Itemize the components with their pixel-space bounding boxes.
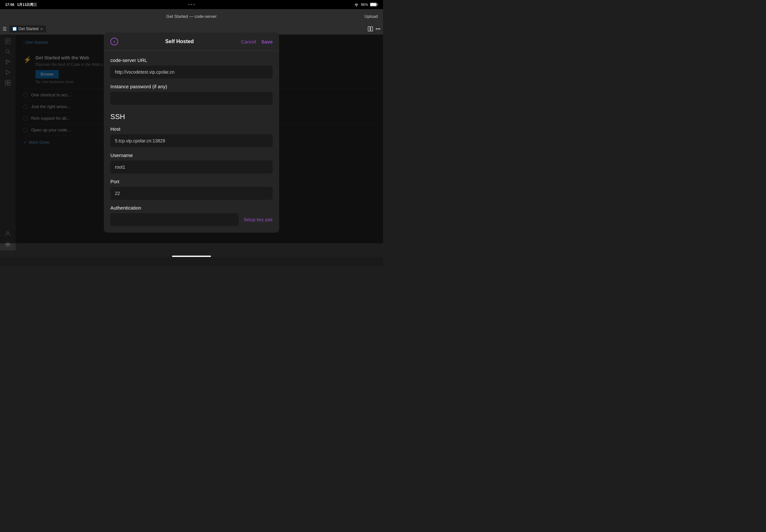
cancel-button[interactable]: Cancel bbox=[241, 39, 256, 44]
modal-actions: Cancel Save bbox=[241, 39, 273, 44]
tab-get-started[interactable]: Get Started ✕ bbox=[9, 25, 46, 32]
host-input[interactable] bbox=[110, 134, 273, 147]
more-actions-icon[interactable]: ••• bbox=[375, 26, 380, 31]
wifi-icon bbox=[354, 3, 359, 6]
svg-rect-2 bbox=[370, 3, 376, 6]
dot-2 bbox=[191, 4, 192, 5]
svg-rect-3 bbox=[13, 27, 16, 30]
self-hosted-modal: i Self Hosted Cancel Save code-server UR… bbox=[104, 32, 279, 233]
status-bar-right: 86% bbox=[354, 3, 378, 6]
save-button[interactable]: Save bbox=[261, 39, 273, 44]
setup-key-pair-button[interactable]: Setup key pair bbox=[244, 217, 273, 222]
battery-icon bbox=[370, 3, 378, 6]
status-bar-left: 17:56 1月11日周三 bbox=[5, 2, 37, 7]
modal-title: Self Hosted bbox=[165, 39, 194, 44]
ssh-title: SSH bbox=[110, 113, 273, 121]
home-bar bbox=[172, 256, 211, 257]
svg-rect-1 bbox=[377, 4, 377, 5]
tab-label: Get Started bbox=[18, 27, 38, 31]
tab-close-icon[interactable]: ✕ bbox=[40, 27, 43, 31]
auth-input[interactable] bbox=[110, 213, 238, 226]
port-label: Port bbox=[110, 179, 273, 184]
url-label: code-server URL bbox=[110, 57, 273, 63]
modal-header: i Self Hosted Cancel Save bbox=[104, 32, 279, 51]
password-input[interactable] bbox=[110, 92, 273, 105]
sidebar-toggle-icon[interactable]: ☰ bbox=[3, 26, 7, 31]
password-label: Instance password (if any) bbox=[110, 84, 273, 89]
time-display: 17:56 bbox=[5, 3, 14, 6]
status-bar: 17:56 1月11日周三 86% bbox=[0, 0, 383, 9]
battery-level: 86% bbox=[361, 3, 368, 6]
svg-rect-4 bbox=[368, 27, 370, 31]
port-input[interactable] bbox=[110, 187, 273, 200]
auth-row: Setup key pair bbox=[110, 213, 273, 226]
info-icon: i bbox=[110, 38, 118, 45]
auth-label: Authentication bbox=[110, 205, 273, 211]
svg-rect-5 bbox=[371, 27, 372, 31]
window-title: Get Started — code-server bbox=[166, 14, 216, 19]
status-bar-center bbox=[188, 4, 195, 5]
split-editor-icon[interactable] bbox=[368, 26, 373, 31]
tab-icon bbox=[13, 27, 17, 31]
dot-3 bbox=[193, 4, 195, 5]
host-label: Host bbox=[110, 126, 273, 132]
username-label: Username bbox=[110, 152, 273, 158]
dot-1 bbox=[188, 4, 189, 5]
svg-point-22 bbox=[7, 243, 9, 245]
username-input[interactable] bbox=[110, 161, 273, 174]
title-bar: Get Started — code-server Upload bbox=[0, 9, 383, 23]
upload-button[interactable]: Upload bbox=[364, 14, 378, 19]
date-display: 1月11日周三 bbox=[17, 2, 37, 7]
tab-actions: ••• bbox=[368, 26, 380, 31]
url-input[interactable] bbox=[110, 66, 273, 79]
bottom-home-area bbox=[0, 257, 383, 266]
modal-body: code-server URL Instance password (if an… bbox=[104, 51, 279, 233]
ssh-section: SSH Host Username Port Authentication Se… bbox=[110, 113, 273, 226]
